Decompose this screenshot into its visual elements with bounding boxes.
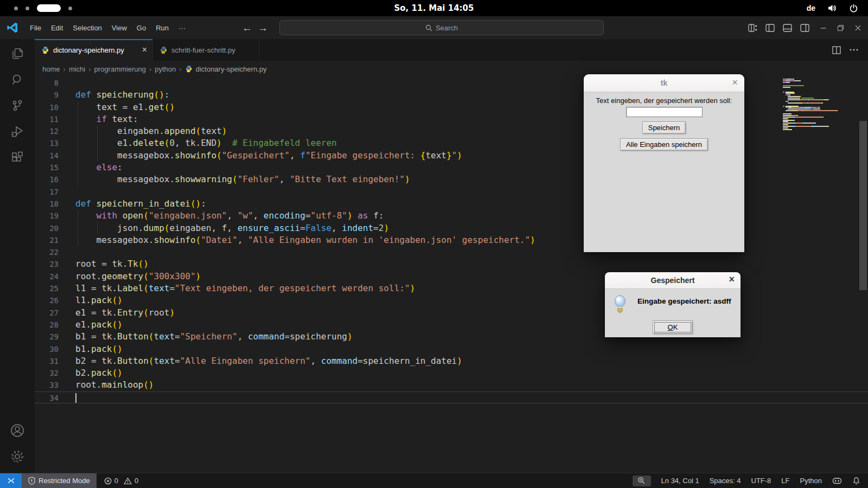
tab-label: dictonary-speichern.py xyxy=(53,46,124,54)
tk-window-titlebar[interactable]: tk × xyxy=(584,74,744,92)
tk-save-button[interactable]: Speichern xyxy=(642,121,686,134)
volume-icon[interactable] xyxy=(827,3,837,13)
tk-text-entry[interactable] xyxy=(626,107,703,117)
breadcrumb-file[interactable]: dictonary-speichern.py xyxy=(196,65,267,73)
editor-more-actions-icon[interactable] xyxy=(850,49,858,51)
close-window-icon[interactable] xyxy=(854,24,861,31)
chevron-right-icon: › xyxy=(179,65,181,73)
minimap[interactable] xyxy=(783,79,848,132)
search-icon xyxy=(425,24,432,31)
chevron-right-icon: › xyxy=(88,65,91,73)
indentation-setting[interactable]: Spaces: 4 xyxy=(710,477,741,485)
info-bulb-icon xyxy=(612,294,628,314)
vscode-title-bar: File Edit Selection View Go Run ··· ← → … xyxy=(0,16,868,39)
minimize-icon[interactable] xyxy=(820,24,827,31)
language-mode[interactable]: Python xyxy=(800,477,822,485)
code-line: 29b1 = tk.Button(text="Speichern", comma… xyxy=(35,331,868,343)
code-line: 30b1.pack() xyxy=(35,343,868,355)
status-bar: Restricted Mode 0 0 Ln 34, Col 1 Spaces:… xyxy=(0,473,868,488)
toggle-panel-icon[interactable] xyxy=(783,24,792,32)
notifications-bell-icon[interactable] xyxy=(852,477,860,485)
split-editor-icon[interactable] xyxy=(832,46,841,54)
code-line: 34 xyxy=(35,391,868,403)
text-cursor xyxy=(75,393,76,403)
tk-close-icon[interactable]: × xyxy=(732,76,738,88)
breadcrumb-programmierung[interactable]: programmierung xyxy=(94,65,146,73)
gespeichert-dialog[interactable]: Gespeichert × Eingabe gespeichert: asdff… xyxy=(605,272,741,337)
search-placeholder: Search xyxy=(436,24,458,32)
vscode-logo-icon[interactable] xyxy=(7,22,18,34)
tk-save-all-button[interactable]: Alle Eingaben speichern xyxy=(620,138,708,151)
error-icon xyxy=(104,477,112,485)
chevron-right-icon: › xyxy=(149,65,151,73)
tk-window-title: tk xyxy=(661,79,667,87)
chevron-right-icon: › xyxy=(63,65,66,73)
ok-button[interactable]: OK xyxy=(653,320,693,334)
screencast-zoom-icon[interactable] xyxy=(633,476,651,486)
menu-run[interactable]: Run xyxy=(151,22,174,34)
editor-tab-bar: dictonary-speichern.py × schritt-fuer-sc… xyxy=(35,39,868,61)
ok-accelerator: O xyxy=(668,323,673,331)
code-line: 27e1 = tk.Entry(root) xyxy=(35,307,868,319)
breadcrumb-michi[interactable]: michi xyxy=(69,65,85,73)
python-file-icon xyxy=(41,46,49,54)
dialog-message: Eingabe gespeichert: asdff xyxy=(637,297,731,305)
restricted-mode-label: Restricted Mode xyxy=(39,477,90,485)
tab-label: schritt-fuer-schritt.py xyxy=(171,46,235,54)
warning-icon xyxy=(124,477,132,485)
code-line: 25l1 = tk.Label(text="Text eingeben, der… xyxy=(35,282,868,294)
menu-view[interactable]: View xyxy=(107,22,132,34)
tk-app-window[interactable]: tk × Text eingeben, der gespeichert werd… xyxy=(584,74,744,252)
shield-icon xyxy=(28,477,35,485)
explorer-icon[interactable] xyxy=(10,47,24,61)
remote-indicator[interactable] xyxy=(0,473,22,488)
error-count: 0 xyxy=(114,477,118,485)
ok-rest: K xyxy=(673,323,678,331)
breadcrumb: home › michi › programmierung › python ›… xyxy=(35,61,868,77)
python-file-icon xyxy=(159,46,168,54)
toggle-sidebar-right-icon[interactable] xyxy=(800,24,809,32)
cursor-position[interactable]: Ln 34, Col 1 xyxy=(661,477,699,485)
menu-go[interactable]: Go xyxy=(132,22,151,34)
dialog-titlebar[interactable]: Gespeichert × xyxy=(605,272,741,289)
extensions-icon[interactable] xyxy=(10,151,24,165)
breadcrumb-home[interactable]: home xyxy=(42,65,60,73)
customize-layout-icon[interactable] xyxy=(748,24,757,32)
restricted-mode-badge[interactable]: Restricted Mode xyxy=(22,473,97,488)
power-icon[interactable] xyxy=(849,4,858,13)
encoding-setting[interactable]: UTF-8 xyxy=(751,477,771,485)
clock[interactable]: So, 11. Mai 14:05 xyxy=(0,0,868,16)
keyboard-layout-indicator[interactable]: de xyxy=(807,4,815,12)
code-line: 28e1.pack() xyxy=(35,319,868,331)
system-top-bar: So, 11. Mai 14:05 de xyxy=(0,0,868,16)
menu-file[interactable]: File xyxy=(25,22,46,34)
code-line: 24root.geometry("300x300") xyxy=(35,271,868,282)
settings-gear-icon[interactable] xyxy=(10,449,25,464)
editor-scrollbar[interactable] xyxy=(859,121,867,290)
breadcrumb-python[interactable]: python xyxy=(155,65,176,73)
nav-forward-icon[interactable]: → xyxy=(258,23,268,33)
toggle-sidebar-left-icon[interactable] xyxy=(765,24,775,32)
warning-count: 0 xyxy=(135,477,138,485)
desktop: So, 11. Mai 14:05 de File Edit Selection… xyxy=(0,0,868,488)
dialog-title: Gespeichert xyxy=(651,276,695,285)
eol-setting[interactable]: LF xyxy=(781,477,789,485)
accounts-icon[interactable] xyxy=(10,423,25,438)
code-line: 33root.mainloop() xyxy=(35,379,868,391)
code-line: 32b2.pack() xyxy=(35,367,868,379)
nav-back-icon[interactable]: ← xyxy=(242,23,252,33)
source-control-icon[interactable] xyxy=(10,99,24,113)
menu-edit[interactable]: Edit xyxy=(46,22,68,34)
problems-indicator[interactable]: 0 0 xyxy=(104,477,138,485)
search-sidebar-icon[interactable] xyxy=(10,73,24,87)
search-input[interactable]: Search xyxy=(279,20,604,35)
restore-window-icon[interactable] xyxy=(837,24,844,31)
run-debug-icon[interactable] xyxy=(10,125,24,139)
tab-schritt-fuer-schritt[interactable]: schritt-fuer-schritt.py xyxy=(153,39,259,61)
dialog-close-icon[interactable]: × xyxy=(729,274,735,285)
menu-selection[interactable]: Selection xyxy=(68,22,106,34)
tab-close-icon[interactable]: × xyxy=(142,45,147,55)
tab-dictonary-speichern[interactable]: dictonary-speichern.py × xyxy=(35,39,153,61)
copilot-icon[interactable] xyxy=(832,477,842,485)
menu-more[interactable]: ··· xyxy=(174,22,190,34)
